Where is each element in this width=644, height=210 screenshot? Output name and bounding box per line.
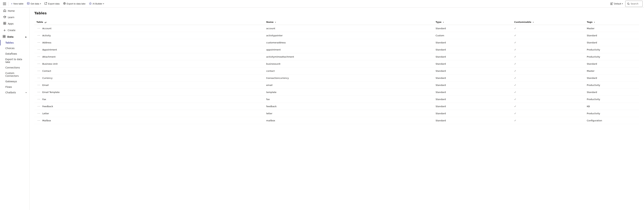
cell-type: Standard — [434, 53, 512, 60]
cell-type: Standard — [434, 117, 512, 124]
check-icon: ✓ — [514, 119, 516, 122]
cell-table-name: ··· Email Template — [34, 89, 264, 96]
ai-builder-chevron: ▾ — [103, 3, 104, 5]
row-menu-button[interactable]: ··· — [36, 111, 41, 115]
row-menu-button[interactable]: ··· — [36, 48, 41, 52]
cell-table-name: ··· Activity — [34, 32, 264, 39]
cell-type: Standard — [434, 67, 512, 75]
database-icon — [27, 2, 30, 5]
svg-rect-12 — [5, 22, 6, 23]
row-menu-button[interactable]: ··· — [36, 90, 41, 94]
cell-type: Standard — [434, 110, 512, 117]
ai-builder-button[interactable]: AI Builder ▾ — [87, 1, 106, 7]
svg-rect-15 — [3, 35, 4, 36]
cell-table-name: ··· Fax — [34, 96, 264, 103]
sidebar-item-home[interactable]: Home — [0, 7, 29, 14]
check-icon: ✓ — [514, 62, 516, 65]
table-display-name: Activity — [42, 34, 51, 37]
cell-tags: Standard — [585, 32, 639, 39]
row-menu-button[interactable]: ··· — [36, 83, 41, 87]
sidebar-sub-chatbots[interactable]: Chatbots ▾ — [0, 90, 29, 95]
row-menu-button[interactable]: ··· — [36, 76, 41, 80]
row-menu-button[interactable]: ··· — [36, 55, 41, 59]
cell-customizable: ✓ — [512, 39, 585, 46]
table-display-name: Fax — [42, 98, 46, 101]
search-box[interactable]: Search — [625, 1, 642, 7]
cell-type: Standard — [434, 25, 512, 32]
cell-customizable: ✓ — [512, 89, 585, 96]
toolbar-divider-1 — [8, 2, 8, 6]
table-row: ··· Activity activitypointer Custom ✓ St… — [34, 32, 639, 39]
col-header-customizable[interactable]: Customizable ▾ — [512, 19, 585, 25]
sidebar-item-data[interactable]: Data ▲ — [0, 33, 29, 40]
sidebar-item-create[interactable]: + Create — [0, 27, 29, 33]
row-menu-button[interactable]: ··· — [36, 97, 41, 101]
cell-name: activitymimeattachment — [264, 53, 434, 60]
get-data-button[interactable]: Get data ▾ — [25, 1, 43, 7]
table-display-name: Attachment — [42, 55, 56, 58]
sidebar-sub-export-lake[interactable]: Export to data lake — [0, 57, 29, 65]
home-label: Home — [8, 9, 15, 12]
cell-customizable: ✓ — [512, 46, 585, 53]
cell-name: appointment — [264, 46, 434, 53]
row-menu-button[interactable]: ··· — [36, 26, 41, 30]
export-lake-sub-label: Export to data lake — [5, 58, 26, 63]
check-icon: ✓ — [514, 91, 516, 94]
export-lake-button[interactable]: Export to data lake — [61, 1, 87, 7]
cell-table-name: ··· Feedback — [34, 103, 264, 110]
cell-customizable: ✓ — [512, 32, 585, 39]
sidebar-sub-gateways[interactable]: Gateways — [0, 79, 29, 84]
cell-name: email — [264, 82, 434, 89]
check-icon: ✓ — [514, 105, 516, 108]
svg-rect-8 — [610, 4, 612, 5]
cell-customizable: ✓ — [512, 25, 585, 32]
sidebar-sub-dataflows[interactable]: Dataflows — [0, 51, 29, 57]
cell-name: fax — [264, 96, 434, 103]
sidebar-sub-tables[interactable]: Tables — [0, 40, 29, 45]
sidebar-sub-custom-connectors[interactable]: Custom Connectors — [0, 70, 29, 79]
col-header-tags[interactable]: Tags ▾ — [585, 19, 639, 25]
sidebar-item-learn[interactable]: Learn — [0, 14, 29, 20]
table-display-name: Business Unit — [42, 63, 58, 65]
cell-table-name: ··· Attachment — [34, 53, 264, 60]
cell-tags: Productivity — [585, 96, 639, 103]
col-header-type[interactable]: Type ▾ — [434, 19, 512, 25]
cell-type: Standard — [434, 89, 512, 96]
row-menu-button[interactable]: ··· — [36, 41, 41, 44]
col-header-table[interactable]: Table ▲▾ — [34, 19, 264, 25]
chatbots-label: Chatbots — [5, 91, 16, 94]
sidebar-item-apps[interactable]: Apps — [0, 20, 29, 27]
create-icon: + — [3, 28, 6, 32]
svg-rect-16 — [4, 35, 5, 36]
svg-rect-6 — [610, 3, 613, 3]
new-table-button[interactable]: + New table — [9, 1, 25, 7]
ai-builder-label: AI Builder — [92, 2, 102, 5]
content-area: Tables Table ▲▾ Name ▾ Type ▾ — [30, 7, 644, 210]
row-menu-button[interactable]: ··· — [36, 69, 41, 73]
row-menu-button[interactable]: ··· — [36, 105, 41, 108]
row-menu-button[interactable]: ··· — [36, 62, 41, 66]
cell-table-name: ··· Account — [34, 25, 264, 32]
col-header-name[interactable]: Name ▾ — [264, 19, 434, 25]
table-display-name: Mailbox — [42, 119, 51, 122]
sidebar-sub-flows[interactable]: Flows — [0, 84, 29, 90]
row-menu-button[interactable]: ··· — [36, 33, 41, 37]
cell-customizable: ✓ — [512, 67, 585, 75]
export-data-button[interactable]: Export data — [43, 1, 61, 7]
table-display-name: Letter — [42, 112, 49, 115]
sidebar-sub-connections[interactable]: Connections — [0, 65, 29, 70]
cell-type: Standard — [434, 103, 512, 110]
cell-table-name: ··· Contact — [34, 67, 264, 75]
toolbar-right: Default ▾ Search — [609, 1, 642, 7]
table-row: ··· Email Template template Standard ✓ S… — [34, 89, 639, 96]
cell-name: mailbox — [264, 117, 434, 124]
default-button[interactable]: Default ▾ — [609, 1, 624, 7]
row-menu-button[interactable]: ··· — [36, 118, 41, 122]
sidebar-sub-choices[interactable]: Choices — [0, 45, 29, 51]
default-chevron: ▾ — [622, 3, 623, 5]
svg-rect-1 — [3, 4, 6, 4]
cell-customizable: ✓ — [512, 96, 585, 103]
check-icon: ✓ — [514, 77, 516, 79]
menu-icon[interactable] — [2, 1, 8, 7]
cell-table-name: ··· Currency — [34, 75, 264, 82]
